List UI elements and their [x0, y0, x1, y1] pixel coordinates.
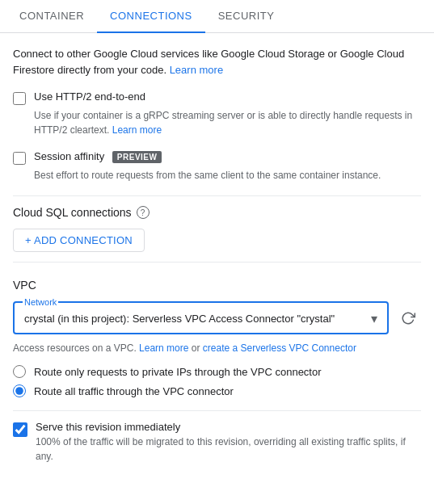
tab-bar: CONTAINER CONNECTIONS SECURITY: [0, 0, 434, 33]
serve-revision-content: Serve this revision immediately 100% of …: [36, 421, 421, 464]
network-help-before: Access resources on a VPC.: [13, 342, 137, 354]
preview-badge: PREVIEW: [112, 151, 162, 163]
network-help-text: Access resources on a VPC. Learn more or…: [13, 341, 421, 355]
intro-learn-more-link[interactable]: Learn more: [170, 64, 223, 76]
serve-revision-checkbox[interactable]: [13, 422, 27, 437]
divider-2: [13, 262, 421, 262]
tab-container[interactable]: CONTAINER: [6, 0, 97, 33]
cloud-sql-help-icon[interactable]: ?: [137, 206, 150, 219]
http2-learn-more-link[interactable]: Learn more: [112, 124, 162, 136]
refresh-icon: [401, 311, 415, 326]
refresh-button[interactable]: [395, 305, 421, 331]
dropdown-arrow-icon: ▾: [371, 311, 377, 326]
intro-text: Connect to other Google Cloud services l…: [13, 46, 421, 78]
http2-row: Use HTTP/2 end-to-end: [13, 90, 421, 105]
http2-desc-line2: HTTP/2 cleartext.: [34, 124, 109, 136]
session-affinity-desc: Best effort to route requests from the s…: [34, 168, 421, 183]
add-connection-button[interactable]: + ADD CONNECTION: [13, 229, 145, 252]
network-row: Network crystal (in this project): Serve…: [13, 301, 421, 334]
cloud-sql-title: Cloud SQL connections ?: [13, 206, 421, 219]
session-affinity-row: Session affinity PREVIEW: [13, 150, 421, 165]
create-vpc-connector-link[interactable]: create a Serverless VPC Connector: [203, 342, 356, 354]
vpc-learn-more-link[interactable]: Learn more: [139, 342, 188, 354]
radio-private-row: Route only requests to private IPs throu…: [13, 365, 421, 378]
tab-connections[interactable]: CONNECTIONS: [97, 0, 205, 33]
http2-desc: Use if your container is a gRPC streamin…: [34, 108, 421, 137]
http2-section: Use HTTP/2 end-to-end Use if your contai…: [13, 90, 421, 137]
network-help-or-text: or: [192, 342, 200, 354]
network-select-wrapper[interactable]: Network crystal (in this project): Serve…: [13, 301, 389, 334]
divider-1: [13, 195, 421, 196]
network-field: Network crystal (in this project): Serve…: [13, 301, 421, 334]
radio-all-input[interactable]: [13, 384, 26, 397]
cloud-sql-title-text: Cloud SQL connections: [13, 206, 132, 219]
serve-revision-desc: 100% of the traffic will be migrated to …: [36, 435, 421, 464]
http2-checkbox[interactable]: [13, 92, 26, 105]
radio-all-label: Route all traffic through the VPC connec…: [34, 385, 234, 397]
main-content: Connect to other Google Cloud services l…: [0, 33, 434, 477]
serve-revision-section: Serve this revision immediately 100% of …: [13, 410, 421, 464]
tab-security[interactable]: SECURITY: [205, 0, 288, 33]
network-select-value: crystal (in this project): Serverless VP…: [24, 313, 371, 325]
http2-desc-line1: Use if your container is a gRPC streamin…: [34, 110, 412, 121]
serve-revision-label: Serve this revision immediately: [36, 421, 180, 433]
session-affinity-section: Session affinity PREVIEW Best effort to …: [13, 150, 421, 183]
radio-group: Route only requests to private IPs throu…: [13, 365, 421, 397]
session-affinity-checkbox[interactable]: [13, 152, 26, 165]
vpc-section: VPC Network crystal (in this project): S…: [13, 279, 421, 397]
vpc-title: VPC: [13, 279, 421, 292]
radio-private-label: Route only requests to private IPs throu…: [34, 366, 322, 378]
radio-all-row: Route all traffic through the VPC connec…: [13, 384, 421, 397]
network-label: Network: [23, 297, 58, 307]
session-affinity-label: Session affinity PREVIEW: [34, 150, 162, 163]
http2-label: Use HTTP/2 end-to-end: [34, 90, 145, 103]
serve-revision-row: Serve this revision immediately 100% of …: [13, 421, 421, 464]
radio-private-input[interactable]: [13, 365, 26, 378]
